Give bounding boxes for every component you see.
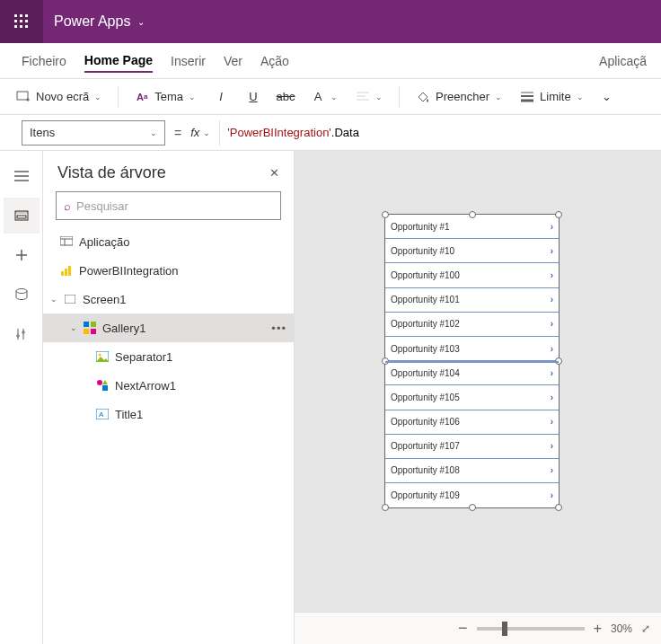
formula-input[interactable]: 'PowerBIIntegration'.Data <box>219 120 661 146</box>
chevron-right-icon[interactable]: › <box>551 295 553 304</box>
gallery-item-title: Opportunity #107 <box>391 441 460 451</box>
gallery-item[interactable]: Opportunity #102› <box>385 313 559 337</box>
menu-acao[interactable]: Ação <box>260 50 289 72</box>
menu-inserir[interactable]: Inserir <box>171 50 206 72</box>
menu-homepage[interactable]: Home Page <box>84 49 153 73</box>
fill-button[interactable]: Preencher ⌄ <box>410 86 507 108</box>
zoom-slider[interactable] <box>477 627 585 631</box>
tree-node-nextarrow1[interactable]: NextArrow1 <box>43 371 294 400</box>
svg-rect-9 <box>17 92 28 100</box>
resize-handle[interactable] <box>469 504 476 511</box>
main-area: Vista de árvore ✕ ⌕ Pesquisar Aplicação … <box>0 151 661 644</box>
waffle-icon[interactable] <box>0 0 43 43</box>
svg-rect-34 <box>84 322 89 327</box>
tree-node-label: Title1 <box>115 408 286 421</box>
close-icon[interactable]: ✕ <box>269 166 279 180</box>
gallery-item[interactable]: Opportunity #108› <box>385 459 559 483</box>
rotate-handle[interactable] <box>382 211 389 218</box>
svg-rect-6 <box>14 25 17 28</box>
italic-button[interactable]: I <box>208 86 234 108</box>
tree-node-screen1[interactable]: ⌄ Screen1 <box>43 285 294 313</box>
chevron-right-icon[interactable]: › <box>551 246 553 256</box>
chevron-right-icon[interactable]: › <box>551 319 553 329</box>
chevron-down-icon: ⌄ <box>495 93 502 101</box>
gallery-item[interactable]: Opportunity #103› <box>385 337 559 361</box>
chevron-down-icon[interactable]: ⌄ <box>50 295 57 304</box>
chevron-right-icon[interactable]: › <box>551 270 553 280</box>
new-screen-label: Novo ecrã <box>36 90 89 103</box>
fullscreen-icon[interactable]: ⤢ <box>641 622 650 635</box>
chevron-down-icon: ⌄ <box>330 93 338 101</box>
svg-rect-2 <box>25 14 28 17</box>
fx-button[interactable]: fx ⌄ <box>190 126 210 139</box>
menu-ver[interactable]: Ver <box>224 50 242 72</box>
svg-rect-1 <box>20 14 22 17</box>
chevron-right-icon[interactable]: › <box>551 465 553 475</box>
chevron-right-icon[interactable]: › <box>551 344 553 354</box>
search-input[interactable]: ⌕ Pesquisar <box>56 191 281 220</box>
chevron-right-icon[interactable]: › <box>551 368 553 378</box>
align-button[interactable]: ⌄ <box>350 86 388 108</box>
svg-point-26 <box>16 289 27 294</box>
shapes-icon <box>95 378 110 393</box>
rail-insert[interactable] <box>4 237 40 273</box>
rail-data[interactable] <box>4 277 40 313</box>
more-icon[interactable]: ••• <box>271 322 286 335</box>
menu-ficheiro[interactable]: Ficheiro <box>22 50 66 72</box>
resize-handle[interactable] <box>469 211 476 218</box>
theme-button[interactable]: Aa Tema ⌄ <box>129 86 201 108</box>
more-button[interactable]: ⌄ <box>596 86 617 107</box>
border-icon <box>520 90 534 104</box>
resize-handle[interactable] <box>555 211 562 218</box>
tree-node-title1[interactable]: A Title1 <box>43 400 294 428</box>
tree-node-app[interactable]: Aplicação <box>43 227 294 256</box>
gallery-item[interactable]: Opportunity #1› <box>385 215 559 239</box>
gallery-item-title: Opportunity #109 <box>391 490 460 500</box>
tree-node-gallery1[interactable]: ⌄ Gallery1 ••• <box>43 313 294 342</box>
gallery-item[interactable]: Opportunity #107› <box>385 435 559 459</box>
chevron-down-icon: ⌄ <box>94 93 101 101</box>
underline-button[interactable]: U <box>241 86 266 108</box>
chevron-right-icon[interactable]: › <box>551 393 553 402</box>
gallery-item[interactable]: Opportunity #105› <box>385 385 559 410</box>
resize-handle[interactable] <box>382 504 389 511</box>
align-icon <box>356 90 370 104</box>
svg-rect-36 <box>84 329 89 334</box>
chevron-right-icon[interactable]: › <box>551 441 553 451</box>
gallery-item[interactable]: Opportunity #10› <box>385 239 559 263</box>
rail-hamburger[interactable] <box>4 158 40 194</box>
border-button[interactable]: Limite ⌄ <box>515 86 589 108</box>
new-screen-button[interactable]: Novo ecrã ⌄ <box>11 86 107 108</box>
chevron-right-icon[interactable]: › <box>551 417 553 427</box>
app-icon <box>59 234 74 249</box>
gallery-item[interactable]: Opportunity #101› <box>385 288 559 313</box>
canvas[interactable]: Opportunity #1›Opportunity #10›Opportuni… <box>295 151 661 644</box>
zoom-out-button[interactable]: − <box>458 619 468 638</box>
chevron-down-icon[interactable]: ⌄ <box>70 323 77 332</box>
rail-tools[interactable] <box>4 316 40 352</box>
resize-handle[interactable] <box>555 504 562 511</box>
tree-node-pbi[interactable]: PowerBIIntegration <box>43 256 294 285</box>
gallery-item[interactable]: Opportunity #100› <box>385 263 559 287</box>
zoom-in-button[interactable]: + <box>594 621 602 637</box>
slider-thumb[interactable] <box>502 622 507 636</box>
chevron-right-icon[interactable]: › <box>551 490 553 500</box>
gallery-item[interactable]: Opportunity #104› <box>385 361 559 385</box>
gallery-item[interactable]: Opportunity #106› <box>385 410 559 435</box>
theme-icon: Aa <box>135 90 149 104</box>
svg-rect-30 <box>61 271 64 276</box>
property-dropdown[interactable]: Itens ⌄ <box>22 120 165 146</box>
strike-button[interactable]: abc <box>273 86 298 108</box>
chevron-right-icon[interactable]: › <box>551 222 553 232</box>
app-title[interactable]: Power Apps ⌄ <box>43 13 155 30</box>
rail-tree[interactable] <box>4 198 40 234</box>
tree-node-separator1[interactable]: Separator1 <box>43 342 294 371</box>
gallery-item-title: Opportunity #101 <box>391 295 460 304</box>
gallery-control[interactable]: Opportunity #1›Opportunity #10›Opportuni… <box>384 214 560 508</box>
menu-right-cut[interactable]: Aplicaçã <box>599 50 647 72</box>
tree-node-label: NextArrow1 <box>115 379 286 393</box>
tree-node-label: Gallery1 <box>102 322 266 335</box>
theme-label: Tema <box>154 90 183 103</box>
fontcolor-button[interactable]: A⌄ <box>305 86 343 108</box>
property-label: Itens <box>30 126 55 139</box>
